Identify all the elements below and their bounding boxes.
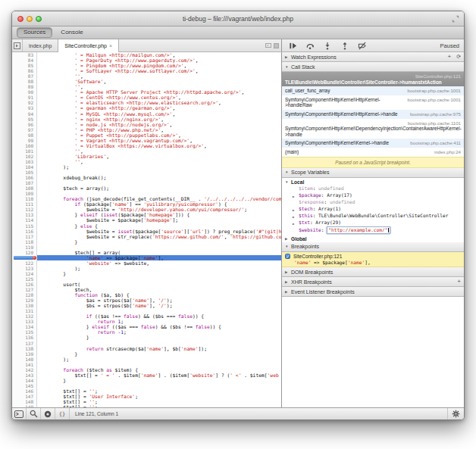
line-number[interactable]: 142 (12, 367, 36, 373)
code-line[interactable] (37, 276, 281, 282)
line-number[interactable]: 127 (12, 287, 36, 292)
code-line[interactable] (37, 341, 281, 346)
add-watch-icon[interactable]: + (447, 54, 451, 60)
scope-variable[interactable]: ▶$txt: Array(29) (282, 220, 464, 226)
inspect-element-icon[interactable] (27, 408, 41, 419)
code-line[interactable]: foreach (json_decode(file_get_contents(_… (37, 196, 281, 201)
close-window-button[interactable] (17, 16, 23, 22)
code-line[interactable]: return strcasecmp($a['name'], $b['name']… (37, 346, 281, 351)
code-line[interactable]: $txt[] = ' = ' . $item['name'] . ($item[… (37, 373, 281, 378)
code-line[interactable]: ' = elasticsearch <http://www.elasticsea… (37, 100, 281, 105)
breakpoint-checkbox[interactable]: ✓ (285, 254, 290, 259)
code-line[interactable] (37, 191, 281, 196)
line-number[interactable]: 138 (12, 346, 36, 351)
call-stack-frame[interactable]: bootstrap.php.cache:411Symfony\Component… (282, 139, 464, 148)
line-number[interactable]: 144 (12, 378, 36, 383)
code-line[interactable]: } elseif (isset($package['homepage'])) { (37, 212, 281, 217)
code-line[interactable]: usort( (37, 282, 281, 287)
line-number[interactable]: 140 (12, 357, 36, 362)
line-number[interactable]: 90 (12, 89, 36, 95)
line-number[interactable]: 147 (12, 394, 36, 399)
minimize-window-button[interactable] (27, 16, 33, 22)
line-number[interactable]: 116 (12, 229, 36, 234)
code-line[interactable]: ' = PHP <http://www.php.net/>', (37, 127, 281, 133)
line-number[interactable]: 143 (12, 373, 36, 378)
line-number[interactable]: 126 (12, 282, 36, 287)
line-number[interactable]: 107 (12, 180, 36, 186)
titlebar[interactable]: ti-debug – file:///vagrant/web/index.php (12, 11, 464, 27)
variable-value-editor[interactable]: "http://example.com/" (327, 226, 390, 233)
chevron-right-icon[interactable]: ▶ (293, 221, 295, 226)
line-number[interactable]: 91 (12, 95, 36, 100)
step-into-button[interactable] (323, 41, 332, 50)
code-line[interactable] (37, 383, 281, 388)
scope-group-global[interactable]: ▶Global (282, 235, 464, 242)
code-line[interactable]: ' = CentOS <http://www.centos.org/>', (37, 95, 281, 100)
breakpoints-header[interactable]: ▼ Breakpoints (282, 242, 464, 252)
code-line[interactable] (37, 308, 281, 313)
code-line[interactable]: ' = gearman <http://gearman.org/>', (37, 105, 281, 111)
step-over-button[interactable] (305, 41, 315, 50)
line-number[interactable]: 106 (12, 175, 36, 180)
add-xhr-breakpoint-icon[interactable]: + (457, 279, 461, 285)
line-number[interactable]: 96 (12, 122, 36, 127)
line-number[interactable]: 133 (12, 319, 36, 324)
fullscreen-icon[interactable] (452, 15, 459, 23)
code-line[interactable]: ' = SoftLayer <http://www.softlayer.com/… (37, 68, 281, 73)
watch-expressions-header[interactable]: ▶ Watch Expressions + ⟳ (282, 52, 464, 62)
call-stack-frame[interactable]: bootstrap.php.cache:975Symfony\Component… (282, 110, 464, 119)
code-line[interactable]: '', (37, 73, 281, 79)
breakpoint-entry[interactable]: ✓SiteController.php:121'name' => $packag… (282, 252, 464, 268)
scope-variable[interactable]: $website: "http://example.com/" (282, 226, 464, 235)
code-line[interactable]: return 1; (37, 319, 281, 324)
code-line[interactable]: } else { (37, 223, 281, 229)
line-number[interactable]: 102 (12, 154, 36, 159)
code-line[interactable]: 'Libraries', (37, 154, 281, 159)
line-number[interactable]: 113 (12, 212, 36, 217)
code-line[interactable]: function ($a, $b) { (37, 292, 281, 298)
event-listener-breakpoints-header[interactable]: ▶ Event Listener Breakpoints (282, 287, 464, 297)
code-line[interactable]: ); (37, 266, 281, 271)
code-line[interactable]: ' = PagerDuty <http://www.pagerduty.com/… (37, 58, 281, 63)
code-line[interactable]: $tech = array(); (37, 186, 281, 191)
line-number[interactable]: 148 (12, 399, 36, 404)
scope-variable[interactable]: $response: undefined (282, 199, 464, 206)
scope-variable[interactable]: $item: undefined (282, 186, 464, 192)
code-line[interactable]: ); (37, 357, 281, 362)
line-number[interactable]: 95 (12, 117, 36, 122)
split-editor-icon[interactable] (274, 43, 279, 48)
line-number[interactable]: 123 (12, 266, 36, 271)
line-number[interactable]: 88 (12, 79, 36, 84)
dom-breakpoints-header[interactable]: ▶ DOM Breakpoints (282, 267, 464, 277)
line-number[interactable]: 118 (12, 239, 36, 245)
line-number[interactable]: 85 (12, 63, 36, 68)
code-line[interactable]: '', (37, 148, 281, 154)
code-line[interactable]: '', (37, 159, 281, 164)
line-number[interactable]: 94 (12, 111, 36, 117)
line-number[interactable]: 83 (12, 52, 36, 58)
code-line[interactable]: } (37, 378, 281, 383)
step-out-button[interactable] (340, 41, 349, 50)
code-line[interactable]: if (($as !== false) && ($bs === false)) … (37, 313, 281, 319)
line-number[interactable]: 109 (12, 191, 36, 196)
call-stack-header[interactable]: ▼ Call Stack (282, 62, 464, 72)
code-line[interactable]: ' = Puppet <http://puppetlabs.com/>', (37, 133, 281, 138)
deactivate-breakpoints-button[interactable] (358, 41, 367, 50)
code-line[interactable]: xdebug_break(); (37, 175, 281, 180)
line-number[interactable]: 97 (12, 127, 36, 133)
line-number[interactable]: 131 (12, 308, 36, 313)
resume-button[interactable] (288, 41, 297, 50)
line-number[interactable]: 141 (12, 362, 36, 367)
zoom-window-button[interactable] (36, 16, 42, 22)
code-line[interactable]: ' = Mailgun <http://mailgun.com/>', (37, 52, 281, 58)
refresh-watch-icon[interactable]: ⟳ (456, 54, 461, 60)
line-number[interactable]: 137 (12, 341, 36, 346)
code-line[interactable]: ); (37, 164, 281, 170)
line-number[interactable]: 105 (12, 170, 36, 175)
line-number[interactable]: 149 (12, 404, 36, 407)
line-number[interactable]: 112 (12, 207, 36, 212)
line-number[interactable]: 146 (12, 388, 36, 394)
scope-variable[interactable]: ▶$this: TLE\Bundle\WebBundle\Controller\… (282, 213, 464, 220)
code-line[interactable]: ' = node.js <http://nodejs.org/>', (37, 122, 281, 127)
code-line[interactable]: $txt[] = ''; (37, 399, 281, 404)
